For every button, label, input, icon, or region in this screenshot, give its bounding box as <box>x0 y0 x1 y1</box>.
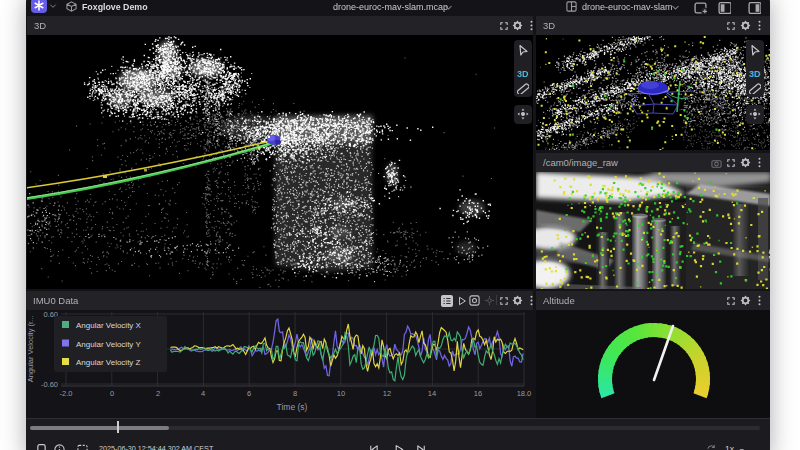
svg-text:-0.60: -0.60 <box>41 380 58 389</box>
svg-text:-2.0: -2.0 <box>60 389 73 398</box>
svg-text:2: 2 <box>156 389 160 398</box>
svg-text:18.0: 18.0 <box>517 389 532 398</box>
svg-text:10: 10 <box>337 389 345 398</box>
svg-text:4: 4 <box>201 389 205 398</box>
svg-text:14: 14 <box>428 389 436 398</box>
svg-text:16: 16 <box>474 389 482 398</box>
svg-text:Angular Velocity Z: Angular Velocity Z <box>76 358 141 367</box>
svg-text:Angular Velocity X: Angular Velocity X <box>76 321 142 330</box>
svg-text:8: 8 <box>293 389 297 398</box>
svg-text:Time (s): Time (s) <box>277 402 308 412</box>
svg-text:Angular Velocity (r...: Angular Velocity (r... <box>26 316 35 383</box>
svg-text:Angular Velocity Y: Angular Velocity Y <box>76 340 141 349</box>
svg-text:12: 12 <box>383 389 391 398</box>
svg-text:0: 0 <box>110 389 114 398</box>
svg-text:6: 6 <box>247 389 251 398</box>
